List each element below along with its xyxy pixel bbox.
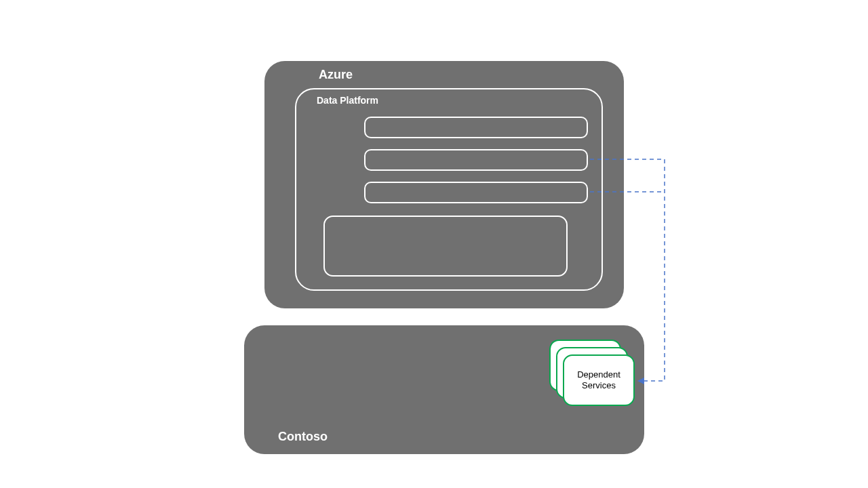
platform-row-1 (364, 117, 588, 138)
platform-block (323, 216, 568, 277)
azure-container: Azure Data Platform (264, 61, 624, 308)
data-platform-label: Data Platform (317, 95, 378, 106)
dependent-services-card-front: Dependent Services (563, 354, 635, 406)
platform-row-2 (364, 149, 588, 171)
dependent-services-label-2: Services (582, 380, 616, 390)
data-platform-container: Data Platform (295, 88, 603, 291)
azure-label: Azure (319, 68, 353, 82)
dependent-services-label-1: Dependent (577, 369, 620, 380)
contoso-label: Contoso (278, 430, 328, 444)
platform-row-3 (364, 182, 588, 203)
